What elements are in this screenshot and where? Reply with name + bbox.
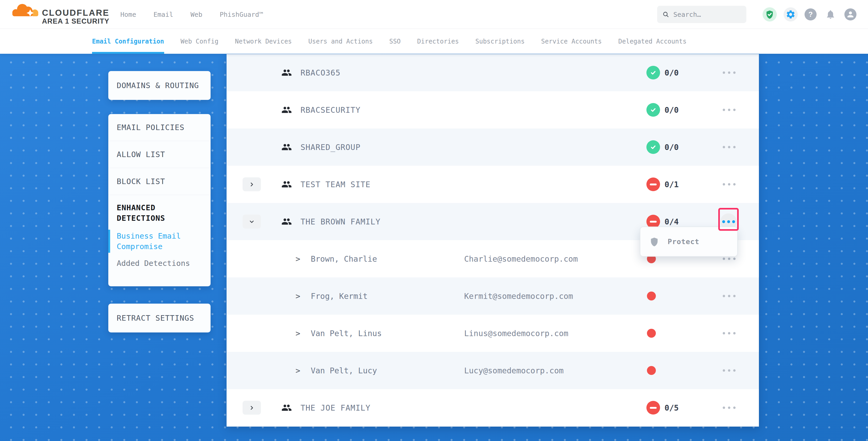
member-name[interactable]: Frog, Kermit <box>311 291 368 301</box>
group-icon <box>281 67 292 78</box>
status-blocked-badge <box>646 178 660 191</box>
cloudflare-logo-icon <box>11 2 39 18</box>
sidebar-item-domains-routing[interactable]: DOMAINS & ROUTING <box>117 81 199 90</box>
tab-sso[interactable]: SSO <box>389 29 400 54</box>
settings-gear-icon[interactable] <box>783 7 798 22</box>
sidebar-item-email-policies[interactable]: EMAIL POLICIES <box>108 114 211 141</box>
sidebar-section-enhanced-detections: ENHANCED DETECTIONS Business Email Compr… <box>108 195 211 269</box>
member-chevron: > <box>296 254 300 263</box>
member-name[interactable]: Van Pelt, Lucy <box>311 366 377 375</box>
group-name[interactable]: THE JOE FAMILY <box>301 403 371 412</box>
protection-count: 0/1 <box>664 180 679 189</box>
shield-check-icon[interactable] <box>763 7 777 22</box>
row-menu-button[interactable] <box>723 183 736 186</box>
group-name[interactable]: THE BROWN FAMILY <box>301 217 380 226</box>
status-blocked-badge <box>646 401 660 414</box>
status-ok-badge <box>646 103 660 117</box>
notifications-bell-icon[interactable] <box>824 7 838 22</box>
search-icon <box>662 10 669 18</box>
member-chevron: > <box>296 291 300 301</box>
collapse-button[interactable] <box>243 215 261 229</box>
top-nav: Home Email Web PhishGuard™ <box>120 0 263 29</box>
table-row-rbaco365: RBACO365 0/0 <box>226 54 759 91</box>
group-name[interactable]: RBACSECURITY <box>301 105 361 115</box>
shield-icon <box>649 237 659 247</box>
row-menu-button[interactable] <box>723 71 736 74</box>
status-dot-red <box>647 366 656 375</box>
row-menu-button[interactable] <box>723 146 736 148</box>
group-name[interactable]: TEST TEAM SITE <box>301 180 371 189</box>
sidebar-item-business-email-compromise[interactable]: Business Email Compromise <box>117 231 202 252</box>
tab-users-and-actions[interactable]: Users and Actions <box>308 29 373 54</box>
row-menu-button[interactable] <box>723 370 736 372</box>
tab-delegated-accounts[interactable]: Delegated Accounts <box>618 29 686 54</box>
table-row-rbacsecurity: RBACSECURITY 0/0 <box>226 91 759 128</box>
table-row-the-joe-family: THE JOE FAMILY 0/5 <box>226 389 759 426</box>
protection-count: 0/5 <box>664 403 679 412</box>
group-icon <box>281 179 292 190</box>
search-input[interactable] <box>674 11 741 18</box>
group-icon <box>281 142 292 152</box>
sidebar-card-policies: EMAIL POLICIES ALLOW LIST BLOCK LIST ENH… <box>108 114 211 286</box>
tab-directories[interactable]: Directories <box>417 29 459 54</box>
row-menu-button[interactable] <box>723 295 736 297</box>
sidebar-item-added-detections[interactable]: Added Detections <box>117 258 202 269</box>
group-name[interactable]: SHARED_GROUP <box>301 143 361 152</box>
group-icon <box>281 105 292 115</box>
sidebar-item-allow-list[interactable]: ALLOW LIST <box>108 141 211 168</box>
nav-item-home[interactable]: Home <box>120 11 136 18</box>
sidebar-card-domains-routing[interactable]: DOMAINS & ROUTING <box>108 71 211 100</box>
table-row-shared-group: SHARED_GROUP 0/0 <box>226 128 759 166</box>
row-menu-button[interactable] <box>723 109 736 111</box>
account-icon[interactable] <box>844 8 857 21</box>
member-email: Charlie@somedemocorp.com <box>464 254 578 263</box>
chevron-right-icon <box>249 405 254 410</box>
status-ok-badge <box>646 140 660 154</box>
member-chevron: > <box>296 329 300 338</box>
tab-network-devices[interactable]: Network Devices <box>235 29 292 54</box>
nav-item-web[interactable]: Web <box>190 11 202 18</box>
top-bar: CLOUDFLARE AREA 1 SECURITY Home Email We… <box>0 0 868 29</box>
member-name[interactable]: Brown, Charlie <box>311 254 377 263</box>
sidebar-card-retract-settings[interactable]: RETRACT SETTINGS <box>108 304 211 333</box>
row-menu-button[interactable] <box>723 407 736 409</box>
chevron-down-icon <box>249 219 254 224</box>
brand-name: CLOUDFLARE <box>42 8 110 18</box>
row-menu-button[interactable] <box>723 332 736 335</box>
search-box[interactable] <box>657 6 746 23</box>
nav-item-email[interactable]: Email <box>153 11 173 18</box>
tab-email-configuration[interactable]: Email Configuration <box>92 29 164 54</box>
sub-nav: Email Configuration Web Config Network D… <box>0 29 868 54</box>
tab-subscriptions[interactable]: Subscriptions <box>475 29 525 54</box>
sidebar-item-enhanced-detections[interactable]: ENHANCED DETECTIONS <box>117 202 202 223</box>
brand-product: AREA 1 SECURITY <box>42 17 110 25</box>
groups-table: RBACO365 0/0 RBACSECURITY 0/0 SHARED_GRO… <box>226 54 759 427</box>
row-menu-button[interactable] <box>723 258 736 260</box>
sidebar-item-block-list[interactable]: BLOCK LIST <box>108 168 211 195</box>
member-name[interactable]: Van Pelt, Linus <box>311 329 382 338</box>
row-menu-popup: Protect <box>640 226 738 257</box>
header-icon-cluster: ? <box>763 0 857 29</box>
tab-service-accounts[interactable]: Service Accounts <box>541 29 602 54</box>
expand-button[interactable] <box>243 178 261 191</box>
group-name[interactable]: RBACO365 <box>301 68 341 77</box>
nav-item-phishguard[interactable]: PhishGuard™ <box>220 11 263 18</box>
status-ok-badge <box>646 66 660 80</box>
expand-button[interactable] <box>243 401 261 415</box>
table-row-van-pelt-lucy: > Van Pelt, Lucy Lucy@somedemocorp.com <box>226 352 759 389</box>
status-dot-red <box>647 329 656 338</box>
sidebar-item-retract-settings[interactable]: RETRACT SETTINGS <box>117 314 194 322</box>
popup-protect-item[interactable]: Protect <box>668 238 700 246</box>
help-icon[interactable]: ? <box>805 8 816 21</box>
chevron-right-icon <box>249 182 254 187</box>
status-dot-red <box>647 291 656 301</box>
table-row-van-pelt-linus: > Van Pelt, Linus Linus@somedemocorp.com <box>226 315 759 352</box>
member-email: Linus@somedemocorp.com <box>464 329 568 338</box>
protection-count: 0/0 <box>664 68 679 77</box>
table-row-test-team-site: TEST TEAM SITE 0/1 <box>226 166 759 203</box>
group-icon <box>281 403 292 413</box>
member-chevron: > <box>296 366 300 375</box>
tab-web-config[interactable]: Web Config <box>181 29 219 54</box>
protection-count: 0/0 <box>664 143 679 152</box>
protection-count: 0/4 <box>664 217 679 226</box>
